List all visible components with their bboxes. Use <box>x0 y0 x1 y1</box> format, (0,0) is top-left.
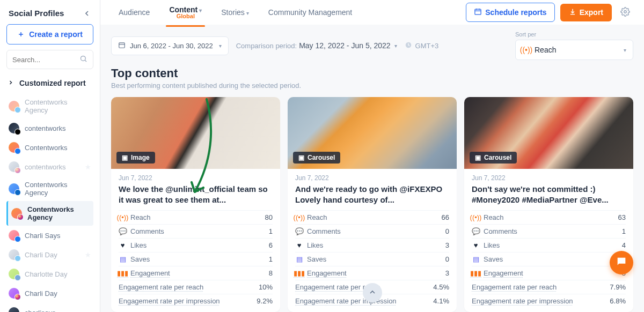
card-image: ▣Carousel <box>464 97 633 169</box>
profile-item[interactable]: Charli Day★ <box>6 245 93 264</box>
sort-value: Reach <box>535 46 556 54</box>
profile-name: charlisays <box>25 309 56 313</box>
main-content: Audience Content▾ Global Stories▾ Commun… <box>100 0 644 312</box>
avatar <box>9 230 19 241</box>
stat-er-reach: Engagement rate per reach10% <box>119 280 273 294</box>
stat-value: 7.9% <box>610 283 626 291</box>
export-button[interactable]: Export <box>560 4 612 21</box>
avatar <box>9 161 19 172</box>
sort-select[interactable]: ((•)) Reach ▾ <box>515 40 633 60</box>
stat-likes: ♥Likes6 <box>119 238 273 252</box>
comment-icon: 💬 <box>472 227 480 235</box>
date-range-picker[interactable]: Jun 6, 2022 - Jun 30, 2022 ▾ <box>111 36 229 55</box>
profile-item[interactable]: contentworks★ <box>6 157 93 176</box>
card-title: We love the @unlimint_official team so i… <box>119 184 273 206</box>
profile-name: Contentworks Agency <box>27 205 91 221</box>
star-icon[interactable]: ★ <box>85 163 91 171</box>
profile-item[interactable]: Contentworks Agency <box>6 176 93 201</box>
stat-value: 9.2% <box>257 297 273 305</box>
carousel-icon: ▣ <box>298 154 304 161</box>
bars-icon: ▮▮▮ <box>295 269 303 277</box>
top-nav: Audience Content▾ Global Stories▾ Commun… <box>100 0 644 25</box>
search-icon <box>79 55 87 64</box>
image-icon: ▣ <box>122 154 128 161</box>
profile-item[interactable]: Contentworks <box>6 138 93 157</box>
bookmark-icon: ▤ <box>119 255 127 263</box>
intercom-fab[interactable] <box>610 251 633 274</box>
sidebar: Social Profiles ＋ Create a report Custom… <box>0 0 100 312</box>
heart-icon: ♥ <box>295 241 303 249</box>
stat-comments: 💬Comments1 <box>119 224 273 238</box>
svg-point-0 <box>81 56 86 61</box>
create-report-button[interactable]: ＋ Create a report <box>6 24 93 44</box>
profile-item[interactable]: Charli Day <box>6 284 93 303</box>
schedule-reports-button[interactable]: Schedule reports <box>466 3 554 22</box>
page-subtitle: Best performing content published during… <box>111 81 633 90</box>
content-card[interactable]: ▣Image Jun 7, 2022 We love the @unlimint… <box>111 97 280 312</box>
comparison-label: Comparison period: <box>236 42 297 50</box>
svg-line-1 <box>85 60 86 62</box>
tab-community[interactable]: Community Management <box>261 2 360 23</box>
gear-icon[interactable] <box>617 4 633 21</box>
chat-icon <box>616 256 627 270</box>
profile-name: Contentworks Agency <box>25 98 91 114</box>
bars-icon: ▮▮▮ <box>119 269 127 277</box>
avatar <box>9 183 19 194</box>
comment-icon: 💬 <box>119 227 127 235</box>
customized-report-label: Customized report <box>19 79 86 87</box>
card-image: ▣Carousel <box>288 97 457 169</box>
profile-item[interactable]: Contentworks Agency <box>6 94 93 118</box>
stat-value: 3 <box>445 241 449 249</box>
bars-icon: ▮▮▮ <box>472 269 480 277</box>
profile-item[interactable]: Charlotte Day <box>6 264 93 284</box>
card-date: Jun 7, 2022 <box>119 174 273 182</box>
scroll-to-top-button[interactable] <box>363 283 382 302</box>
customized-report-toggle[interactable]: Customized report <box>6 76 93 91</box>
heart-icon: ♥ <box>119 241 127 249</box>
chevron-up-icon <box>368 288 377 298</box>
comparison-period[interactable]: Comparison period: May 12, 2022 - Jun 5,… <box>236 41 397 50</box>
stat-engagement: ▮▮▮Engagement3 <box>295 266 449 280</box>
search-input[interactable] <box>12 56 77 64</box>
stat-value: 3 <box>445 269 449 277</box>
profile-item[interactable]: charlisays <box>6 303 93 312</box>
tab-label: Stories <box>221 8 245 17</box>
stat-er-impression: Engagement rate per impression6.8% <box>472 294 626 308</box>
profile-item[interactable]: contentworks <box>6 118 93 138</box>
stat-value: 4.5% <box>433 283 449 291</box>
signal-icon: ((•)) <box>119 213 127 221</box>
stat-engagement: ▮▮▮Engagement8 <box>119 266 273 280</box>
filter-bar: Jun 6, 2022 - Jun 30, 2022 ▾ Comparison … <box>100 25 644 64</box>
stat-reach: ((•))Reach66 <box>295 210 449 224</box>
profile-item[interactable]: Charli Says <box>6 226 93 245</box>
timezone-indicator[interactable]: GMT+3 <box>405 41 439 50</box>
tab-content[interactable]: Content▾ Global <box>162 0 209 26</box>
calendar-icon <box>118 41 126 50</box>
avatar <box>11 208 22 219</box>
star-icon[interactable]: ★ <box>85 251 91 259</box>
content-card[interactable]: ▣Carousel Jun 7, 2022 Don't say we're no… <box>464 97 633 312</box>
collapse-sidebar-icon[interactable] <box>83 9 91 18</box>
stat-likes: ♥Likes3 <box>295 238 449 252</box>
stat-value: 6.8% <box>610 297 626 305</box>
card-image: ▣Image <box>111 97 280 169</box>
page-heading: Top content Best performing content publ… <box>100 64 644 97</box>
avatar <box>9 123 19 133</box>
profile-name: Charli Day <box>25 289 57 298</box>
content-card[interactable]: ▣Carousel Jun 7, 2022 And we're ready to… <box>288 97 457 312</box>
avatar <box>9 269 19 279</box>
profile-item-active[interactable]: Contentworks Agency <box>6 201 93 226</box>
stat-value: 8 <box>269 269 273 277</box>
chevron-down-icon: ▾ <box>246 10 249 16</box>
sort-label: Sort per <box>515 31 633 38</box>
stat-saves: ▤Saves1 <box>472 252 626 266</box>
tab-audience[interactable]: Audience <box>111 2 157 23</box>
plus-icon: ＋ <box>17 29 25 39</box>
stat-value: 1 <box>269 227 273 235</box>
svg-point-7 <box>624 10 627 13</box>
tab-stories[interactable]: Stories▾ <box>214 2 257 23</box>
chevron-down-icon: ▾ <box>624 47 626 53</box>
heart-icon: ♥ <box>472 241 480 249</box>
search-box[interactable] <box>6 50 93 69</box>
stat-saves: ▤Saves1 <box>119 252 273 266</box>
